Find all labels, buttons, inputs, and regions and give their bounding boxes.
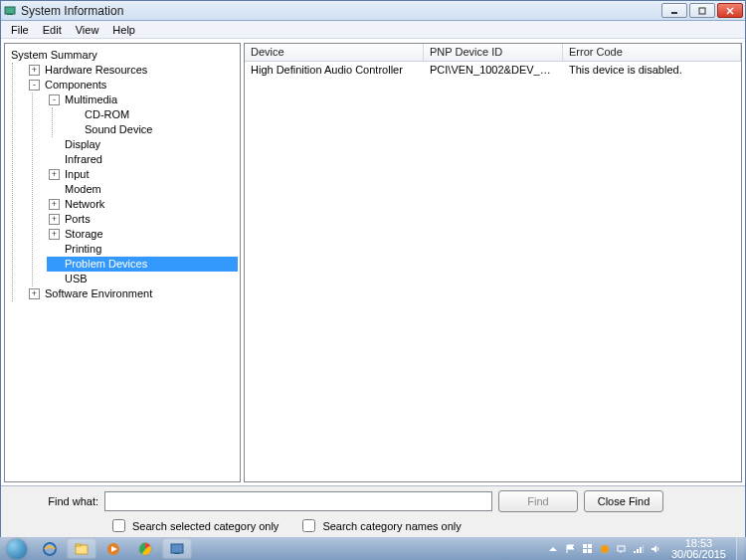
menu-edit[interactable]: Edit	[37, 23, 68, 37]
collapse-icon[interactable]: -	[29, 80, 40, 91]
cell-device: High Definition Audio Controller	[245, 64, 424, 76]
start-button[interactable]	[0, 537, 34, 560]
network-icon[interactable]	[616, 543, 628, 555]
col-error[interactable]: Error Code	[563, 44, 741, 61]
tree-item[interactable]: Sound Device	[67, 122, 238, 137]
tree-item[interactable]: -Multimedia	[47, 93, 238, 107]
expand-icon[interactable]: +	[29, 65, 40, 76]
expand-icon[interactable]: +	[49, 214, 60, 225]
tree-item[interactable]: Printing	[47, 242, 238, 257]
tree-item[interactable]: +Hardware Resources	[27, 63, 238, 78]
tree-label: Software Environment	[43, 286, 154, 301]
tree-item[interactable]: -Components	[27, 78, 238, 93]
taskbar-clock[interactable]: 18:53 30/06/2015	[667, 538, 730, 560]
taskbar-explorer-icon[interactable]	[67, 538, 96, 559]
collapse-icon[interactable]: -	[49, 94, 60, 105]
tree-label: Modem	[63, 182, 103, 197]
taskbar-msinfo-icon[interactable]	[162, 538, 192, 559]
svg-rect-25	[640, 547, 642, 553]
tree-item[interactable]: +Network	[47, 197, 238, 212]
find-input[interactable]	[104, 491, 492, 511]
signal-icon[interactable]	[633, 543, 645, 555]
svg-rect-14	[174, 553, 180, 554]
tree-label: Printing	[63, 242, 103, 257]
tree-item[interactable]: USB	[47, 272, 238, 286]
find-bar: Find what: Find Close Find Search select…	[1, 485, 745, 537]
expand-icon[interactable]: +	[49, 169, 60, 180]
svg-marker-27	[652, 545, 656, 553]
tree-item[interactable]: CD-ROM	[67, 107, 238, 122]
spacer	[49, 184, 60, 195]
tree-item[interactable]: Modem	[47, 182, 238, 197]
tree-root[interactable]: System Summary	[7, 48, 238, 63]
show-desktop-button[interactable]	[736, 537, 744, 560]
tree-label: Problem Devices	[63, 257, 149, 272]
svg-rect-16	[583, 544, 587, 548]
tree-label: Ports	[63, 212, 93, 227]
tree-label: CD-ROM	[83, 107, 131, 122]
find-button[interactable]: Find	[498, 490, 578, 512]
expand-icon[interactable]: +	[29, 288, 40, 299]
svg-rect-21	[618, 546, 625, 551]
taskbar-chrome-icon[interactable]	[130, 538, 160, 559]
category-tree[interactable]: System Summary +Hardware Resources-Compo…	[4, 43, 241, 482]
svg-rect-1	[7, 14, 13, 15]
search-names-checkbox[interactable]: Search category names only	[298, 516, 461, 535]
spacer	[49, 139, 60, 150]
system-tray[interactable]: 18:53 30/06/2015	[547, 537, 746, 560]
expand-icon[interactable]: +	[49, 229, 60, 240]
tree-label: Components	[43, 78, 108, 93]
tree-label: Infrared	[63, 152, 104, 167]
svg-rect-23	[634, 551, 636, 553]
svg-rect-24	[637, 549, 639, 553]
column-headers[interactable]: Device PNP Device ID Error Code	[245, 44, 741, 62]
search-selected-checkbox[interactable]: Search selected category only	[108, 516, 279, 535]
spacer	[49, 154, 60, 165]
menubar: File Edit View Help	[1, 21, 745, 39]
tree-label: Network	[63, 197, 106, 212]
tree-item[interactable]: +Input	[47, 167, 238, 182]
cell-pnp: PCI\VEN_1002&DEV_AA68&SUBSYS_...	[424, 64, 563, 76]
tree-item[interactable]: +Ports	[47, 212, 238, 227]
menu-help[interactable]: Help	[106, 23, 141, 37]
window-icon[interactable]	[582, 543, 594, 555]
tree-item[interactable]: Infrared	[47, 152, 238, 167]
svg-rect-3	[699, 8, 705, 14]
tree-item[interactable]: Problem Devices	[47, 257, 238, 272]
volume-icon[interactable]	[650, 543, 661, 555]
tree-item[interactable]: Display	[47, 137, 238, 152]
tree-item[interactable]: +Software Environment	[27, 286, 238, 301]
av-icon[interactable]	[599, 543, 611, 555]
minimize-button[interactable]	[661, 3, 687, 18]
system-information-window: System Information File Edit View Help S…	[0, 0, 746, 538]
col-device[interactable]: Device	[245, 44, 424, 61]
svg-point-20	[601, 545, 609, 553]
tray-chevron-icon[interactable]	[547, 543, 559, 555]
tree-item[interactable]: +Storage	[47, 227, 238, 242]
menu-view[interactable]: View	[70, 23, 105, 37]
flag-icon[interactable]	[565, 543, 577, 555]
menu-file[interactable]: File	[5, 23, 35, 37]
close-button[interactable]	[717, 3, 743, 18]
app-icon	[3, 4, 17, 18]
svg-rect-0	[5, 7, 15, 14]
col-pnp[interactable]: PNP Device ID	[424, 44, 563, 61]
expand-icon[interactable]: +	[49, 199, 60, 210]
taskbar-ie-icon[interactable]	[35, 538, 65, 559]
find-label: Find what:	[9, 495, 98, 507]
taskbar[interactable]: 18:53 30/06/2015	[0, 537, 746, 560]
titlebar[interactable]: System Information	[1, 1, 745, 21]
spacer	[49, 274, 60, 284]
svg-marker-15	[549, 547, 557, 551]
tree-label: Multimedia	[63, 93, 119, 107]
svg-rect-18	[583, 549, 587, 553]
tree-label: Display	[63, 137, 102, 152]
close-find-button[interactable]: Close Find	[584, 490, 663, 512]
detail-pane[interactable]: Device PNP Device ID Error Code High Def…	[244, 43, 742, 482]
tree-label: USB	[63, 272, 90, 286]
table-row[interactable]: High Definition Audio Controller PCI\VEN…	[245, 62, 741, 78]
spacer	[69, 109, 80, 120]
tree-label: Input	[63, 167, 91, 182]
taskbar-wmp-icon[interactable]	[98, 538, 128, 559]
maximize-button[interactable]	[689, 3, 715, 18]
